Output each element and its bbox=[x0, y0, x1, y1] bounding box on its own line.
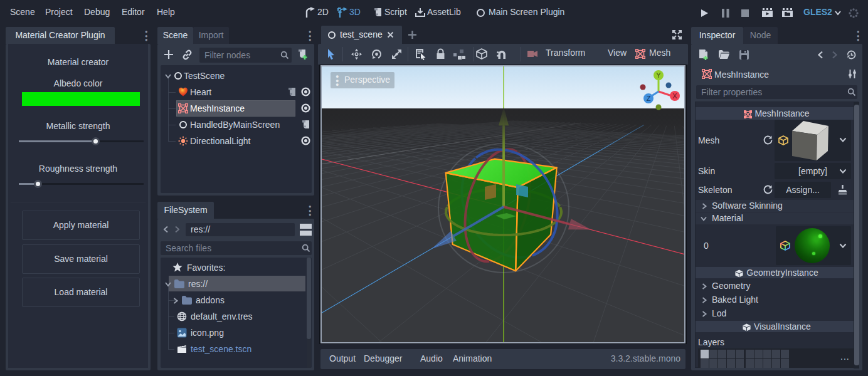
svg-text:Y: Y bbox=[656, 71, 661, 79]
svg-text:X: X bbox=[672, 92, 677, 100]
svg-text:Z: Z bbox=[647, 95, 651, 102]
